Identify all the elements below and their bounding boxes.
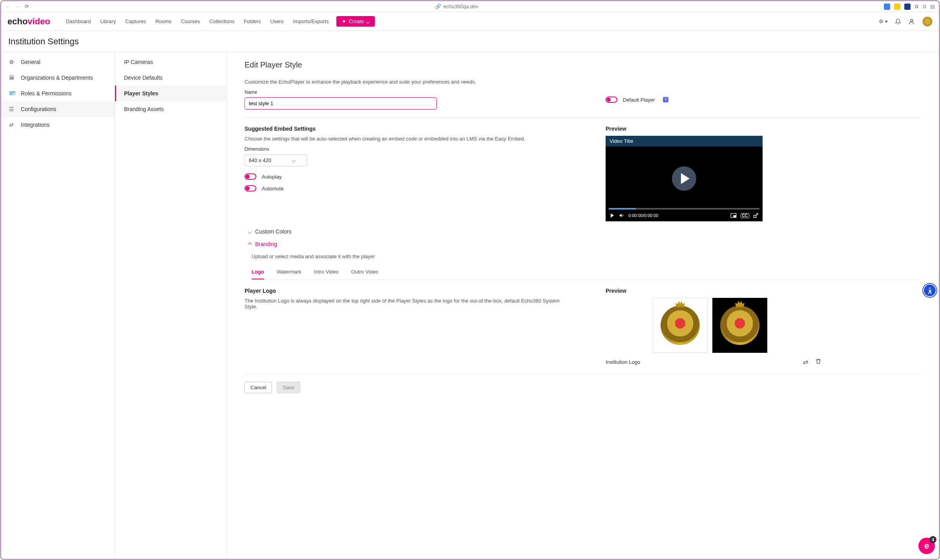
chevron-down-icon bbox=[367, 18, 369, 24]
name-input[interactable] bbox=[245, 97, 437, 109]
badge-icon: 🪪 bbox=[9, 90, 16, 97]
play-button[interactable] bbox=[672, 166, 696, 191]
save-button[interactable]: Save bbox=[277, 382, 300, 393]
sidebar2-item-branding-assets[interactable]: Branding Assets bbox=[115, 101, 226, 117]
sidebar-item-label: Configurations bbox=[21, 106, 56, 112]
cc-button[interactable]: CC bbox=[741, 213, 749, 218]
settings-sidebar: ⚙ General 🏛 Organizations & Departments … bbox=[1, 53, 115, 559]
logo-preview-label: Preview bbox=[606, 288, 921, 294]
extension-panel-icon[interactable]: ⧉ bbox=[923, 4, 926, 10]
sidebar2-item-ip-cameras[interactable]: IP Cameras bbox=[115, 54, 226, 70]
extension-icon[interactable] bbox=[894, 4, 900, 10]
forward-icon[interactable]: → bbox=[15, 4, 20, 9]
svg-marker-2 bbox=[620, 213, 622, 217]
sidebar2-item-label: Device Defaults bbox=[124, 75, 162, 81]
sidebar2-item-player-styles[interactable]: Player Styles bbox=[115, 86, 226, 101]
nav-link-dashboard[interactable]: Dashboard bbox=[66, 18, 91, 24]
divider bbox=[245, 117, 921, 118]
extension-icon[interactable] bbox=[884, 4, 890, 10]
nav-link-users[interactable]: Users bbox=[270, 18, 284, 24]
swap-icon[interactable]: ⇄ bbox=[803, 358, 808, 366]
tab-outro-video[interactable]: Outro Video bbox=[351, 265, 378, 279]
extension-settings-icon[interactable]: ✿ bbox=[914, 4, 919, 9]
sidebar-item-roles[interactable]: 🪪 Roles & Permissions bbox=[1, 86, 115, 101]
nav-link-captures[interactable]: Captures bbox=[125, 18, 146, 24]
dimensions-value: 640 x 420 bbox=[249, 157, 271, 163]
link-icon: 🔗 bbox=[435, 4, 441, 9]
chat-count: 4 bbox=[929, 536, 936, 543]
nav-link-library[interactable]: Library bbox=[100, 18, 116, 24]
sidebar-item-label: Roles & Permissions bbox=[21, 90, 71, 97]
crest-icon bbox=[720, 306, 759, 345]
chat-button[interactable]: e 4 bbox=[918, 538, 935, 554]
svg-marker-1 bbox=[611, 213, 614, 218]
reload-icon[interactable]: ⟳ bbox=[25, 4, 29, 9]
tab-intro-video[interactable]: Intro Video bbox=[314, 265, 339, 279]
wand-icon: ✦ bbox=[342, 18, 346, 24]
nav-link-courses[interactable]: Courses bbox=[181, 18, 200, 24]
nav-links: Dashboard Library Captures Rooms Courses… bbox=[66, 18, 329, 24]
logo-prefix: echo bbox=[7, 16, 27, 26]
branding-tabs: Logo Watermark Intro Video Outro Video bbox=[252, 265, 921, 280]
accessibility-button[interactable] bbox=[923, 284, 936, 297]
custom-colors-label: Custom Colors bbox=[255, 228, 292, 235]
user-icon[interactable] bbox=[908, 18, 915, 25]
help-icon[interactable]: ? bbox=[663, 97, 668, 102]
dimensions-select[interactable]: 640 x 420 bbox=[245, 154, 307, 166]
tab-logo[interactable]: Logo bbox=[252, 265, 264, 279]
browser-chrome: ← → ⟳ 🔗 echo360qa.dev ✿ ⧉ ▤ bbox=[1, 1, 939, 12]
cancel-button[interactable]: Cancel bbox=[245, 382, 272, 393]
automute-label: Automute bbox=[262, 186, 284, 192]
default-player-toggle[interactable] bbox=[606, 97, 617, 103]
nav-link-collections[interactable]: Collections bbox=[210, 18, 235, 24]
embed-description: Choose the settings that will be auto-se… bbox=[245, 136, 566, 142]
branding-description: Upload or select media and associate it … bbox=[252, 254, 921, 259]
autoplay-toggle[interactable] bbox=[245, 173, 256, 180]
extension-icon[interactable] bbox=[904, 4, 911, 10]
sidebar2-item-device-defaults[interactable]: Device Defaults bbox=[115, 70, 226, 86]
chevron-down-icon bbox=[292, 159, 296, 162]
tab-watermark[interactable]: Watermark bbox=[277, 265, 301, 279]
nav-link-imports-exports[interactable]: Imports/Exports bbox=[293, 18, 329, 24]
player-logo-heading: Player Logo bbox=[245, 288, 590, 294]
crest-icon bbox=[661, 306, 700, 345]
autoplay-label: Autoplay bbox=[262, 174, 282, 180]
back-icon[interactable]: ← bbox=[5, 4, 10, 9]
sidebar-item-orgs[interactable]: 🏛 Organizations & Departments bbox=[1, 70, 115, 86]
create-label: Create bbox=[349, 18, 364, 24]
main-content: Edit Player Style Customize the EchoPlay… bbox=[226, 53, 939, 559]
branding-section-label: Branding bbox=[255, 241, 277, 247]
logo-preview-dark bbox=[712, 298, 767, 353]
url-bar[interactable]: 🔗 echo360qa.dev bbox=[35, 4, 878, 9]
sidebar-item-integrations[interactable]: ⇄ Integrations bbox=[1, 117, 115, 133]
sidebar-item-label: General bbox=[21, 59, 40, 65]
pip-icon[interactable] bbox=[730, 213, 737, 218]
nav-link-rooms[interactable]: Rooms bbox=[155, 18, 172, 24]
building-icon: 🏛 bbox=[9, 75, 16, 81]
create-button[interactable]: ✦ Create bbox=[336, 16, 374, 27]
play-small-icon[interactable] bbox=[610, 213, 615, 218]
institution-logo-label: Institution Logo bbox=[606, 359, 640, 365]
extension-sidebar-icon[interactable]: ▤ bbox=[930, 4, 935, 9]
fullscreen-icon[interactable] bbox=[753, 213, 759, 218]
volume-icon[interactable] bbox=[619, 213, 624, 218]
top-nav: echovideo Dashboard Library Captures Roo… bbox=[1, 12, 939, 31]
notifications-icon[interactable] bbox=[895, 18, 901, 25]
trash-icon[interactable] bbox=[815, 358, 821, 366]
automute-toggle[interactable] bbox=[245, 185, 256, 192]
preview-label: Preview bbox=[606, 126, 921, 132]
nav-link-folders[interactable]: Folders bbox=[244, 18, 261, 24]
logo[interactable]: echovideo bbox=[7, 16, 50, 27]
gear-icon: ⚙ bbox=[9, 59, 16, 65]
page-title: Institution Settings bbox=[1, 31, 939, 53]
custom-colors-toggle[interactable]: Custom Colors bbox=[248, 225, 921, 238]
avatar[interactable] bbox=[922, 16, 933, 27]
sidebar-item-configurations[interactable]: ☰ Configurations bbox=[1, 101, 115, 117]
sidebar-item-general[interactable]: ⚙ General bbox=[1, 54, 115, 70]
svg-rect-4 bbox=[734, 215, 736, 217]
player-preview: Video Title 0:00:00/0 bbox=[606, 136, 763, 221]
branding-toggle[interactable]: Branding bbox=[248, 238, 921, 250]
logo-preview-light bbox=[653, 298, 708, 353]
settings-dropdown[interactable]: ⚙ ▾ bbox=[879, 18, 888, 24]
main-heading: Edit Player Style bbox=[245, 60, 921, 69]
